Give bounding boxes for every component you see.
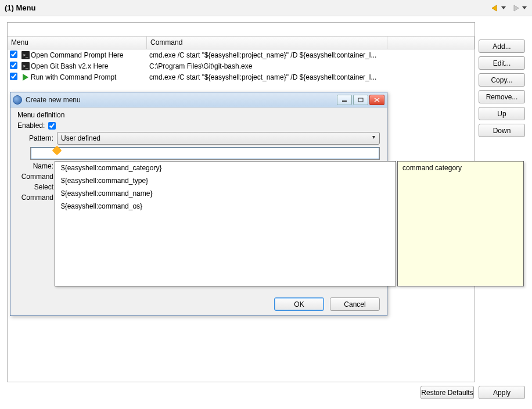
up-button[interactable]: Up bbox=[479, 107, 525, 120]
minimize-icon[interactable] bbox=[337, 95, 352, 105]
command2-label: Command bbox=[17, 193, 53, 202]
name-label: Name: bbox=[17, 162, 53, 170]
dialog-titlebar[interactable]: Create new menu bbox=[10, 92, 387, 107]
select-label: Select bbox=[17, 183, 53, 191]
maximize-icon[interactable] bbox=[353, 95, 368, 105]
row-command-label: cmd.exe /C start "${easyshell:project_na… bbox=[149, 73, 475, 81]
row-menu-label: Run with Command Prompt bbox=[31, 73, 149, 81]
cmd-icon: >_ bbox=[20, 62, 31, 70]
page-title: (1) Menu bbox=[5, 3, 35, 12]
cmd-icon: >_ bbox=[20, 51, 31, 59]
table-row[interactable]: >_ Open Git Bash v2.x Here C:\Program Fi… bbox=[8, 60, 475, 71]
cancel-button[interactable]: Cancel bbox=[330, 297, 380, 311]
eclipse-icon bbox=[13, 95, 22, 105]
svg-rect-0 bbox=[342, 101, 347, 102]
autocomplete-tooltip: command category bbox=[397, 161, 524, 286]
nav-back-icon[interactable] bbox=[490, 3, 499, 13]
dialog-section-label: Menu definition bbox=[17, 111, 380, 119]
bottom-bar: Restore Defaults Apply bbox=[0, 386, 525, 403]
autocomplete-popup: ${easyshell:command_category} ${easyshel… bbox=[55, 161, 396, 286]
restore-defaults-button[interactable]: Restore Defaults bbox=[420, 386, 474, 399]
pattern-select[interactable]: User defined bbox=[57, 132, 380, 145]
remove-button[interactable]: Remove... bbox=[479, 90, 525, 103]
filter-row bbox=[8, 23, 475, 37]
ok-button[interactable]: OK bbox=[274, 297, 324, 311]
nav-back-menu-icon[interactable] bbox=[501, 4, 506, 12]
add-button[interactable]: Add... bbox=[479, 40, 525, 53]
autocomplete-item[interactable]: ${easyshell:command_type} bbox=[55, 174, 396, 187]
th-spacer bbox=[387, 37, 475, 49]
row-menu-label: Open Git Bash v2.x Here bbox=[31, 62, 149, 70]
command-label: Command bbox=[17, 173, 53, 181]
apply-button[interactable]: Apply bbox=[479, 386, 525, 399]
autocomplete-item[interactable]: ${easyshell:command_os} bbox=[55, 200, 396, 213]
table-row[interactable]: Run with Command Prompt cmd.exe /C start… bbox=[8, 71, 475, 82]
row-checkbox[interactable] bbox=[10, 73, 17, 80]
th-menu[interactable]: Menu bbox=[8, 37, 147, 49]
titlebar: (1) Menu bbox=[0, 0, 532, 16]
row-checkbox[interactable] bbox=[10, 62, 17, 69]
autocomplete-item[interactable]: ${easyshell:command_name} bbox=[55, 187, 396, 200]
dialog-buttons: OK Cancel bbox=[274, 297, 380, 311]
row-menu-label: Open Command Prompt Here bbox=[31, 51, 149, 59]
row-checkbox[interactable] bbox=[10, 51, 17, 58]
pattern-label: Pattern: bbox=[17, 134, 53, 142]
pattern-input[interactable] bbox=[30, 147, 380, 160]
row-command-label: cmd.exe /C start "${easyshell:project_na… bbox=[149, 51, 475, 59]
autocomplete-item[interactable]: ${easyshell:command_category} bbox=[55, 162, 396, 174]
table-header: Menu Command bbox=[8, 37, 475, 49]
copy-button[interactable]: Copy... bbox=[479, 73, 525, 87]
row-command-label: C:\Program Files\Git\git-bash.exe bbox=[149, 62, 475, 70]
edit-button[interactable]: Edit... bbox=[479, 56, 525, 70]
nav-forward-icon[interactable] bbox=[511, 3, 520, 13]
table-row[interactable]: >_ Open Command Prompt Here cmd.exe /C s… bbox=[8, 49, 475, 60]
close-icon[interactable] bbox=[369, 95, 384, 105]
svg-rect-1 bbox=[358, 98, 363, 102]
dialog-title: Create new menu bbox=[26, 96, 81, 104]
table-body: >_ Open Command Prompt Here cmd.exe /C s… bbox=[8, 49, 475, 82]
down-button[interactable]: Down bbox=[479, 124, 525, 137]
nav-forward-menu-icon[interactable] bbox=[522, 4, 527, 12]
tooltip-text: command category bbox=[402, 164, 462, 172]
enabled-checkbox[interactable] bbox=[48, 122, 56, 130]
th-command[interactable]: Command bbox=[147, 37, 387, 49]
run-icon bbox=[20, 74, 31, 81]
nav-controls bbox=[490, 3, 527, 13]
enabled-label: Enabled: bbox=[17, 121, 45, 130]
